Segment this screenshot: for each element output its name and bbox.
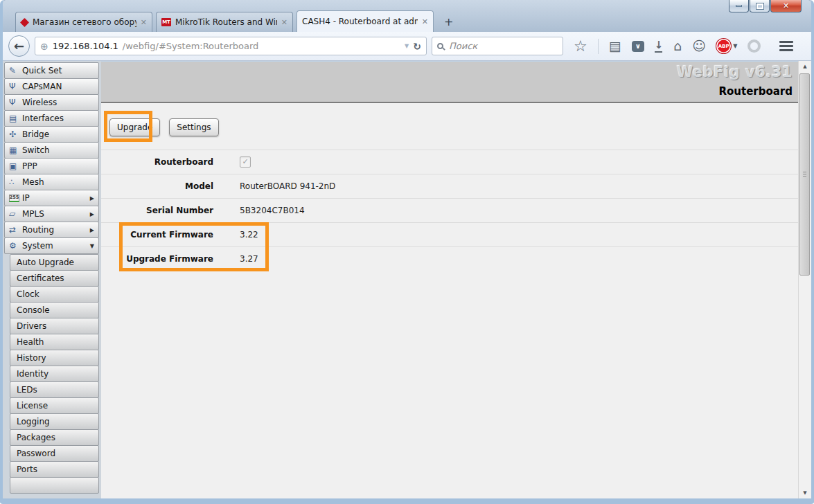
- webfig-brand: WebFig v6.31: [101, 64, 793, 80]
- bookmark-star-icon[interactable]: ☆: [574, 39, 587, 54]
- chevron-right-icon: ▶: [90, 195, 94, 201]
- sidebar-item-system[interactable]: ⚙System▼: [4, 237, 99, 254]
- sidebar-item-certificates[interactable]: Certificates: [10, 270, 99, 287]
- chevron-down-icon: ▼: [90, 243, 94, 249]
- sidebar-item-label: PPP: [22, 161, 37, 171]
- row-model: Model RouterBOARD 941-2nD: [101, 174, 798, 198]
- back-button[interactable]: ←: [8, 35, 30, 57]
- mpls-tags-icon: ▱: [9, 210, 22, 218]
- sidebar-item-clock[interactable]: Clock: [10, 286, 99, 303]
- sidebar-item-bridge[interactable]: ✣Bridge: [4, 126, 99, 143]
- tab-close-icon[interactable]: ✕: [141, 18, 147, 27]
- minimize-button[interactable]: [729, 0, 749, 12]
- window-controls: ✕: [729, 0, 802, 12]
- downloads-icon[interactable]: ↓: [655, 40, 664, 53]
- adblock-plus-button[interactable]: ABP ▼: [716, 39, 737, 53]
- home-icon[interactable]: ⌂: [673, 39, 682, 53]
- field-label: Upgrade Firmware: [101, 254, 213, 264]
- sidebar-item-health[interactable]: Health: [10, 334, 99, 350]
- search-input[interactable]: [448, 40, 558, 52]
- sidebar-item-password[interactable]: Password: [10, 445, 99, 462]
- sidebar-item-mpls[interactable]: ▱MPLS▶: [4, 206, 99, 222]
- sidebar-item-routing[interactable]: ⇄Routing▶: [4, 222, 99, 238]
- tab-close-icon[interactable]: ✕: [281, 18, 287, 27]
- sidebar-item-switch[interactable]: ▦Switch: [4, 142, 99, 159]
- close-icon: ✕: [783, 2, 789, 10]
- sidebar-item-label: IP: [22, 193, 30, 203]
- sidebar-item-ports[interactable]: Ports: [10, 461, 99, 478]
- tab-close-icon[interactable]: ✕: [422, 17, 428, 26]
- wand-icon: ✎: [9, 66, 22, 75]
- sidebar-item-label: Switch: [22, 145, 50, 155]
- sidebar-item-label: Certificates: [17, 273, 64, 283]
- pocket-icon[interactable]: ∨: [632, 41, 644, 52]
- field-value: RouterBOARD 941-2nD: [240, 181, 335, 191]
- sidebar-item-capsman[interactable]: ΨCAPsMAN: [4, 78, 99, 95]
- maximize-button[interactable]: [750, 0, 770, 12]
- sidebar-item-history[interactable]: History: [10, 350, 99, 366]
- sidebar-item-identity[interactable]: Identity: [10, 366, 99, 382]
- url-dropdown-icon[interactable]: ▼: [405, 43, 409, 49]
- url-bar[interactable]: ⊕ 192.168.104.1/webfig/#System:Routerboa…: [35, 37, 427, 55]
- tab-title: Магазин сетевого оборуд...: [33, 17, 136, 27]
- scrollbar-track[interactable]: [799, 72, 811, 487]
- menu-bar: [779, 45, 793, 47]
- routerboard-checkbox[interactable]: ✓: [240, 156, 251, 168]
- bookmarks-list-icon[interactable]: ▤: [609, 39, 621, 53]
- scrollbar-thumb[interactable]: [799, 73, 810, 276]
- sidebar-item-mesh[interactable]: ∴Mesh: [4, 174, 99, 190]
- sidebar-item-label: Identity: [17, 369, 48, 379]
- tab-mikrotik-site[interactable]: MT MikroTik Routers and Wirel... ✕: [156, 12, 293, 32]
- sidebar-item-console[interactable]: Console: [10, 302, 99, 318]
- network-card-icon: ▤: [9, 114, 22, 123]
- switch-icon: ▦: [9, 146, 22, 154]
- adblock-plus-icon: ABP: [716, 39, 731, 53]
- routerboard-form: Upgrade Settings Routerboard ✓ Model Rou…: [101, 103, 798, 498]
- sidebar-item-label: System: [22, 241, 53, 251]
- scroll-down-button[interactable]: ▼: [799, 487, 811, 498]
- sidebar-item-wireless[interactable]: ΨWireless: [4, 94, 99, 111]
- sidebar-item-next-partial[interactable]: [10, 477, 99, 494]
- ghostery-icon[interactable]: [747, 39, 761, 53]
- chevron-right-icon: ▶: [90, 227, 94, 233]
- sidebar-item-quick-set[interactable]: ✎Quick Set: [4, 62, 99, 79]
- tab-routerboard-active[interactable]: CASH4 - Routerboard at admin... ✕: [297, 10, 434, 32]
- sidebar-item-label: Ports: [17, 465, 37, 474]
- sidebar-item-auto-upgrade[interactable]: Auto Upgrade: [10, 254, 99, 271]
- sidebar-item-packages[interactable]: Packages: [10, 429, 99, 446]
- url-path: /webfig/#System:Routerboard: [123, 41, 258, 51]
- field-rows: Routerboard ✓ Model RouterBOARD 941-2nD …: [101, 150, 798, 271]
- search-bar[interactable]: [432, 37, 563, 55]
- sidebar-item-ppp[interactable]: ▣PPP: [4, 158, 99, 174]
- sidebar-item-interfaces[interactable]: ▤Interfaces: [4, 110, 99, 127]
- scroll-up-button[interactable]: ▲: [799, 61, 811, 72]
- tab-shop[interactable]: Магазин сетевого оборуд... ✕: [15, 12, 152, 32]
- upgrade-button[interactable]: Upgrade: [109, 118, 160, 136]
- row-routerboard: Routerboard ✓: [101, 150, 798, 174]
- vertical-scrollbar[interactable]: ▲ ▼: [798, 61, 811, 498]
- menu-icon[interactable]: [779, 41, 796, 51]
- sidebar-item-logging[interactable]: Logging: [10, 413, 99, 430]
- sidebar-item-leds[interactable]: LEDs: [10, 381, 99, 398]
- sidebar-item-label: Mesh: [22, 177, 44, 187]
- sidebar-item-label: Auto Upgrade: [17, 258, 74, 267]
- antenna-icon: Ψ: [9, 82, 22, 91]
- gear-icon: ⚙: [9, 242, 22, 250]
- sidebar-item-license[interactable]: License: [10, 397, 99, 414]
- sidebar-item-drivers[interactable]: Drivers: [10, 318, 99, 334]
- sidebar-item-ip[interactable]: 255IP▶: [4, 190, 99, 206]
- settings-button[interactable]: Settings: [169, 118, 218, 136]
- tab-title: CASH4 - Routerboard at admin...: [302, 17, 418, 26]
- messenger-smiley-icon[interactable]: ☺: [692, 39, 706, 53]
- close-button[interactable]: ✕: [770, 0, 802, 12]
- navigation-toolbar: ← ⊕ 192.168.104.1/webfig/#System:Routerb…: [3, 32, 811, 61]
- new-tab-button[interactable]: +: [437, 15, 460, 32]
- menu-bar: [779, 41, 793, 43]
- site-identity-globe-icon[interactable]: ⊕: [40, 41, 48, 52]
- action-buttons-row: Upgrade Settings: [101, 103, 798, 136]
- tab-strip: Магазин сетевого оборуд... ✕ MT MikroTik…: [15, 10, 460, 32]
- sidebar-item-label: Packages: [17, 433, 55, 442]
- reload-icon[interactable]: ↻: [413, 41, 421, 52]
- field-value: 3.22: [240, 230, 258, 240]
- sidebar-item-label: Clock: [17, 289, 39, 299]
